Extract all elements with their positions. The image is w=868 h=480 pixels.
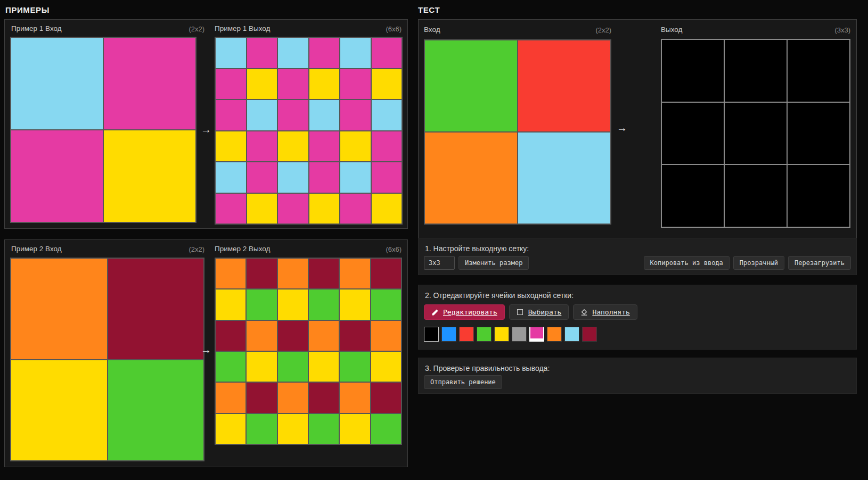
resize-button[interactable]: Изменить размер	[458, 256, 529, 270]
step3-heading: 3. Проверьте правильность вывода:	[425, 364, 550, 373]
grid-cell	[372, 162, 402, 193]
grid-cell	[309, 352, 339, 382]
grid-cell	[340, 289, 370, 319]
grid-cell	[278, 383, 308, 412]
grid-cell	[247, 321, 276, 351]
grid-cell	[216, 38, 246, 68]
test-output-grid[interactable]	[661, 39, 850, 228]
grid-cell	[216, 321, 245, 351]
example2-output-grid	[215, 258, 402, 445]
grid-cell	[216, 289, 245, 319]
grid-cell	[216, 194, 246, 224]
grid-cell	[371, 321, 401, 351]
submit-solution-button[interactable]: Отправить решение	[424, 375, 502, 389]
grid-cell	[247, 259, 276, 288]
grid-cell	[247, 289, 276, 319]
grid-cell	[309, 259, 339, 288]
grid-cell	[518, 40, 610, 131]
color-swatch-black[interactable]	[424, 327, 439, 342]
grid-cell	[11, 360, 107, 461]
grid-size-input[interactable]	[424, 256, 455, 270]
example1-input-grid	[10, 37, 196, 223]
grid-cell	[216, 352, 245, 382]
step2-heading: 2. Отредактируйте ячейки выходной сетки:	[425, 291, 574, 300]
step1-heading: 1. Настройте выходную сетку:	[425, 244, 529, 253]
example1-output-size-caption: (6x6)	[215, 25, 402, 33]
color-swatch-gray[interactable]	[512, 327, 527, 342]
grid-cell	[278, 259, 308, 288]
grid-cell	[278, 352, 308, 382]
grid-cell	[108, 360, 204, 461]
select-tool-label: Выбирать	[528, 308, 562, 316]
arrow-right-icon: →	[201, 344, 211, 356]
grid-cell	[216, 131, 246, 162]
grid-cell	[309, 162, 340, 193]
grid-cell	[278, 321, 308, 351]
grid-cell	[340, 162, 371, 193]
grid-cell	[247, 131, 277, 162]
test-panel: Вход (2x2) Выход (3x3) →	[418, 19, 857, 239]
color-swatch-magenta[interactable]	[529, 327, 544, 342]
grid-cell[interactable]	[788, 165, 849, 227]
grid-cell[interactable]	[725, 40, 787, 102]
grid-cell	[425, 133, 517, 224]
color-swatch-blue[interactable]	[441, 327, 456, 342]
reset-button[interactable]: Перезагрузить	[788, 256, 851, 270]
grid-cell	[340, 69, 371, 100]
grid-cell[interactable]	[662, 165, 724, 227]
step3-panel: 3. Проверьте правильность вывода: Отправ…	[418, 358, 857, 394]
grid-cell	[309, 69, 340, 100]
grid-cell	[278, 131, 308, 162]
arrow-right-icon: →	[201, 123, 211, 136]
grid-cell[interactable]	[788, 103, 849, 164]
example2-input-size-caption: (2x2)	[10, 245, 204, 253]
grid-cell	[371, 383, 401, 412]
fill-tool-button[interactable]: Наполнять	[573, 304, 637, 320]
grid-cell	[278, 69, 308, 100]
example1-panel: Пример 1 Вход (2x2) Пример 1 Выход (6x6)…	[4, 19, 408, 229]
grid-cell[interactable]	[725, 165, 787, 227]
color-swatch-maroon[interactable]	[582, 327, 597, 342]
grid-cell	[216, 69, 246, 100]
grid-cell[interactable]	[662, 103, 724, 164]
grid-cell[interactable]	[662, 40, 724, 102]
color-swatch-cyan[interactable]	[564, 327, 579, 342]
grid-cell	[340, 38, 371, 68]
color-swatch-red[interactable]	[459, 327, 474, 342]
edit-tool-button[interactable]: Редактировать	[424, 304, 505, 320]
grid-cell[interactable]	[788, 40, 849, 102]
test-input-size-caption: (2x2)	[424, 26, 611, 34]
grid-cell	[371, 414, 401, 444]
grid-cell	[216, 383, 245, 412]
grid-cell	[247, 38, 277, 68]
grid-cell	[309, 289, 339, 319]
grid-cell	[309, 38, 340, 68]
color-swatch-orange[interactable]	[547, 327, 562, 342]
select-tool-button[interactable]: Выбирать	[509, 304, 569, 320]
transparent-button[interactable]: Прозрачный	[733, 256, 784, 270]
grid-cell	[309, 383, 339, 412]
grid-cell	[278, 162, 308, 193]
grid-cell	[247, 194, 277, 224]
grid-cell	[278, 38, 308, 68]
example2-input-grid	[10, 258, 204, 461]
grid-cell	[278, 289, 308, 319]
step1-panel: 1. Настройте выходную сетку: Изменить ра…	[418, 238, 857, 275]
color-swatch-yellow[interactable]	[494, 327, 509, 342]
grid-cell[interactable]	[725, 103, 787, 164]
grid-cell	[309, 194, 340, 224]
grid-cell	[371, 259, 401, 288]
grid-cell	[372, 194, 402, 224]
grid-cell	[216, 100, 246, 130]
color-swatch-green[interactable]	[477, 327, 492, 342]
copy-from-input-button[interactable]: Копировать из ввода	[644, 256, 730, 270]
select-icon	[517, 309, 524, 316]
grid-cell	[278, 414, 308, 444]
pencil-icon	[431, 309, 439, 316]
examples-section-title: ПРИМЕРЫ	[5, 5, 50, 14]
grid-cell	[372, 69, 402, 100]
grid-cell	[340, 414, 370, 444]
grid-cell	[340, 259, 370, 288]
grid-cell	[309, 321, 339, 351]
grid-cell	[372, 100, 402, 130]
